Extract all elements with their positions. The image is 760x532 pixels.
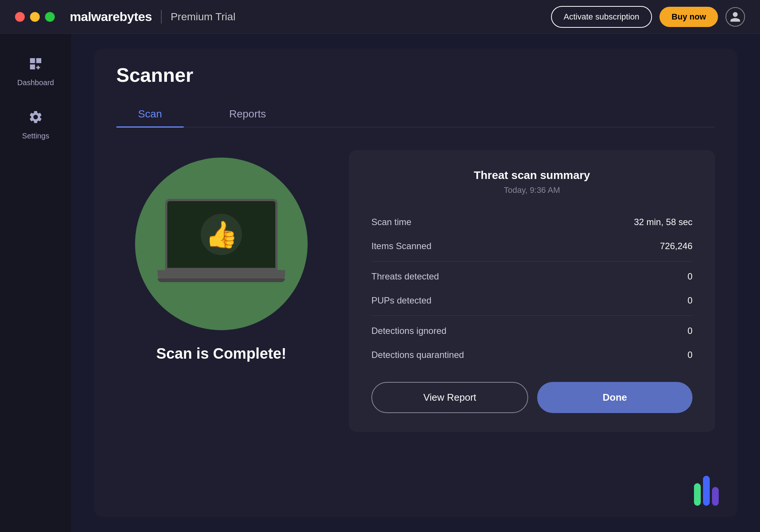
main-layout: Dashboard Settings Scanner — [0, 34, 760, 532]
tab-scan[interactable]: Scan — [116, 101, 184, 127]
logo: malwarebytes Premium Trial — [70, 9, 236, 24]
summary-subtitle: Today, 9:36 AM — [371, 185, 692, 195]
bottom-logo — [694, 476, 719, 506]
summary-row-quarantined: Detections quarantined 0 — [371, 343, 692, 367]
window-controls — [15, 12, 55, 22]
user-avatar[interactable] — [725, 7, 745, 27]
threats-label: Threats detected — [371, 271, 439, 282]
content-area: Scanner Scan Reports — [71, 34, 760, 532]
summary-row-threats: Threats detected 0 — [371, 264, 692, 289]
items-scanned-label: Items Scanned — [371, 241, 431, 251]
summary-title: Threat scan summary — [371, 169, 692, 182]
logo-bar-3 — [712, 487, 719, 506]
scan-time-value: 32 min, 58 sec — [634, 217, 692, 227]
product-name: Premium Trial — [171, 11, 236, 23]
logo-text: malwarebytes — [70, 9, 152, 24]
sidebar: Dashboard Settings — [0, 34, 71, 532]
laptop-graphic: 👍 — [158, 199, 285, 289]
done-button[interactable]: Done — [537, 382, 692, 413]
page-title: Scanner — [116, 64, 193, 86]
divider-1 — [371, 261, 692, 261]
minimize-button[interactable] — [30, 12, 40, 22]
logo-bar-2 — [703, 476, 710, 506]
activate-button[interactable]: Activate subscription — [551, 6, 652, 28]
logo-divider — [161, 10, 162, 24]
view-report-button[interactable]: View Report — [371, 382, 528, 413]
thumbs-up-icon: 👍 — [205, 219, 238, 250]
scanner-panel: Scanner Scan Reports — [94, 49, 737, 517]
summary-row-ignored: Detections ignored 0 — [371, 319, 692, 343]
tab-bar: Scan Reports — [116, 101, 715, 128]
pups-value: 0 — [688, 295, 692, 306]
scan-illustration: 👍 Scan is Complete! — [116, 150, 326, 362]
scan-complete-text: Scan is Complete! — [156, 345, 287, 362]
laptop-base — [158, 270, 285, 278]
divider-2 — [371, 316, 692, 316]
pups-label: PUPs detected — [371, 295, 431, 306]
thumbs-up-bg: 👍 — [201, 214, 242, 255]
laptop-screen: 👍 — [165, 199, 278, 270]
buynow-button[interactable]: Buy now — [659, 7, 718, 27]
panel-header: Scanner — [116, 64, 715, 86]
titlebar: malwarebytes Premium Trial Activate subs… — [0, 0, 760, 34]
dashboard-icon — [28, 56, 43, 75]
summary-row-pups: PUPs detected 0 — [371, 289, 692, 313]
sidebar-item-dashboard[interactable]: Dashboard — [17, 56, 54, 87]
quarantined-label: Detections quarantined — [371, 350, 464, 360]
summary-card: Threat scan summary Today, 9:36 AM Scan … — [349, 150, 715, 432]
settings-icon — [28, 110, 43, 128]
threats-value: 0 — [688, 271, 692, 282]
scan-time-label: Scan time — [371, 217, 412, 227]
quarantined-value: 0 — [688, 350, 692, 360]
close-button[interactable] — [15, 12, 25, 22]
ignored-label: Detections ignored — [371, 326, 446, 336]
summary-row-items-scanned: Items Scanned 726,246 — [371, 234, 692, 258]
items-scanned-value: 726,246 — [660, 241, 692, 251]
maximize-button[interactable] — [45, 12, 55, 22]
laptop-foot — [158, 278, 285, 282]
titlebar-actions: Activate subscription Buy now — [551, 6, 745, 28]
minimize-icon[interactable] — [701, 67, 715, 84]
sidebar-label-dashboard: Dashboard — [17, 78, 54, 87]
tab-reports[interactable]: Reports — [214, 101, 281, 127]
ignored-value: 0 — [688, 326, 692, 336]
summary-row-scan-time: Scan time 32 min, 58 sec — [371, 210, 692, 234]
scan-content: 👍 Scan is Complete! Threat scan summary … — [116, 150, 715, 502]
logo-bar-1 — [694, 483, 701, 506]
thumb-circle: 👍 — [135, 158, 308, 330]
sidebar-label-settings: Settings — [22, 132, 49, 140]
sidebar-item-settings[interactable]: Settings — [22, 110, 49, 140]
summary-actions: View Report Done — [371, 382, 692, 413]
